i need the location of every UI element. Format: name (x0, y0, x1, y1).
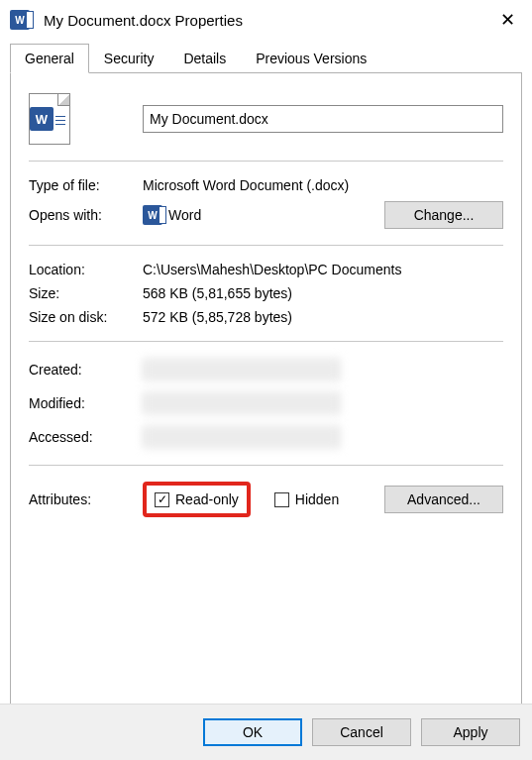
filename-input[interactable] (143, 105, 503, 133)
created-value-redacted (143, 358, 341, 381)
titlebar: W My Document.docx Properties ✕ (0, 0, 532, 40)
apply-button[interactable]: Apply (421, 718, 520, 746)
tab-general[interactable]: General (10, 44, 89, 73)
tab-details[interactable]: Details (168, 44, 241, 73)
type-of-file-label: Type of file: (29, 177, 143, 193)
window-title: My Document.docx Properties (44, 12, 492, 29)
modified-value-redacted (143, 391, 341, 415)
readonly-label: Read-only (175, 491, 239, 507)
readonly-highlight: ✓ Read-only (143, 482, 251, 517)
cancel-button[interactable]: Cancel (312, 718, 411, 746)
accessed-label: Accessed: (29, 429, 143, 445)
created-label: Created: (29, 362, 143, 378)
ok-button[interactable]: OK (203, 718, 302, 746)
hidden-checkbox[interactable] (274, 492, 289, 507)
change-button[interactable]: Change... (384, 201, 503, 229)
location-value: C:\Users\Mahesh\Desktop\PC Documents (143, 262, 503, 277)
tab-security[interactable]: Security (89, 44, 169, 73)
size-label: Size: (29, 285, 143, 301)
advanced-button[interactable]: Advanced... (384, 486, 503, 513)
close-icon[interactable]: ✕ (492, 9, 522, 31)
word-program-icon: W (143, 205, 162, 225)
hidden-label: Hidden (295, 491, 339, 507)
dialog-footer: OK Cancel Apply (0, 704, 532, 760)
accessed-value-redacted (143, 425, 341, 449)
size-on-disk-value: 572 KB (5,85,728 bytes) (143, 309, 503, 325)
tab-previous-versions[interactable]: Previous Versions (241, 44, 381, 73)
tab-strip: General Security Details Previous Versio… (0, 44, 532, 73)
size-value: 568 KB (5,81,655 bytes) (143, 285, 503, 301)
type-of-file-value: Microsoft Word Document (.docx) (143, 177, 503, 193)
file-type-icon: W (29, 93, 143, 145)
attributes-label: Attributes: (29, 491, 143, 507)
readonly-checkbox[interactable]: ✓ (155, 492, 169, 507)
word-app-icon: W (10, 10, 36, 30)
properties-panel: W Type of file: Microsoft Word Document … (10, 73, 522, 707)
location-label: Location: (29, 262, 143, 277)
modified-label: Modified: (29, 395, 143, 411)
size-on-disk-label: Size on disk: (29, 309, 143, 325)
opens-with-label: Opens with: (29, 207, 143, 223)
opens-with-value: Word (168, 207, 201, 223)
